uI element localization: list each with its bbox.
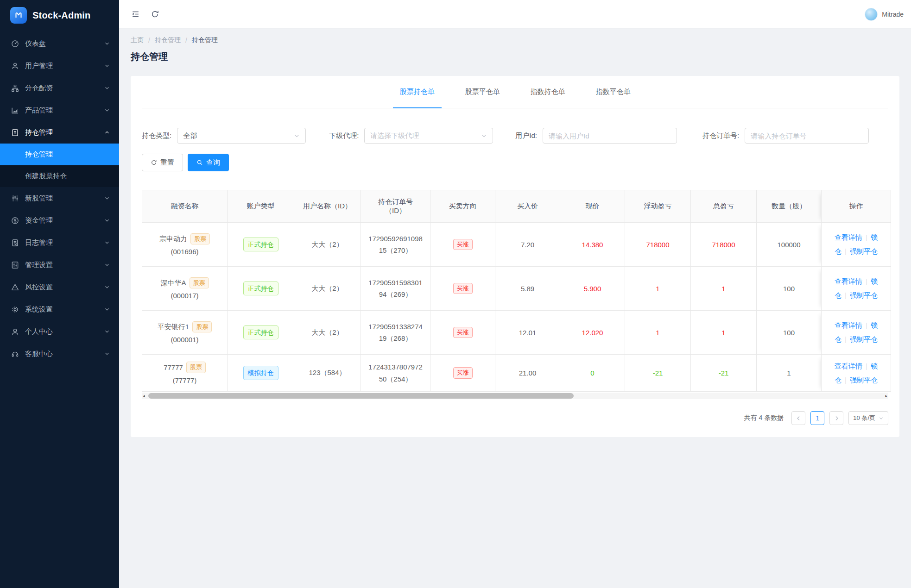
chevron-down-icon <box>104 85 110 91</box>
col-header-name: 融资名称 <box>142 190 228 223</box>
account-type-tag: 正式持仓 <box>243 281 278 295</box>
page-number-button[interactable]: 1 <box>810 411 824 425</box>
direction-cell: 买涨 <box>430 311 495 355</box>
breadcrumb-current: 持仓管理 <box>192 36 218 44</box>
float-pnl-cell: 718000 <box>625 223 691 267</box>
total-pnl-cell: 1 <box>691 267 757 311</box>
current-price-cell: 5.900 <box>560 267 625 311</box>
sidebar-item-label: 分仓配资 <box>25 84 98 93</box>
table-header-row: 融资名称 账户类型 用户名称（ID） 持仓订单号（ID） 买卖方向 买入价 现价… <box>142 190 891 223</box>
tab-index-positions[interactable]: 指数持仓单 <box>524 76 572 108</box>
stock-code: (77777) <box>148 376 221 384</box>
breadcrumb-home[interactable]: 主页 <box>131 36 144 44</box>
breadcrumb-level1[interactable]: 持仓管理 <box>155 36 181 44</box>
user-id-input[interactable] <box>543 128 677 144</box>
view-detail-link[interactable]: 查看详情 <box>835 277 862 285</box>
log-icon <box>11 239 19 247</box>
user-menu[interactable]: Mitrade <box>865 8 904 21</box>
person-icon <box>11 328 19 336</box>
sidebar-item-ipo[interactable]: 新股管理 <box>0 187 119 209</box>
chevron-down-icon <box>104 262 110 268</box>
sliders-icon <box>11 261 19 269</box>
breadcrumb-separator <box>181 37 192 44</box>
chevron-down-icon <box>104 218 110 223</box>
link-separator <box>862 321 871 329</box>
force-close-link[interactable]: 强制平仓 <box>850 291 878 299</box>
float-pnl-cell: -21 <box>625 355 691 392</box>
force-close-link[interactable]: 强制平仓 <box>850 376 878 384</box>
page-size-select[interactable]: 10 条/页 <box>848 411 888 425</box>
col-header-current-price: 现价 <box>560 190 625 223</box>
sidebar-item-positions[interactable]: 持仓管理 <box>0 121 119 144</box>
refresh-icon[interactable] <box>148 7 162 21</box>
sidebar-item-label: 管理设置 <box>25 261 98 269</box>
agent-select[interactable]: 请选择下级代理 <box>364 128 493 144</box>
sidebar-item-dashboard[interactable]: 仪表盘 <box>0 32 119 55</box>
force-close-link[interactable]: 强制平仓 <box>850 335 878 343</box>
stock-type-tag: 股票 <box>186 362 206 373</box>
scroll-left-arrow-icon[interactable] <box>143 393 145 399</box>
position-type-select[interactable]: 全部 <box>177 128 306 144</box>
sidebar-item-risk-settings[interactable]: 风控设置 <box>0 276 119 298</box>
next-page-button[interactable] <box>829 411 843 425</box>
user-cell: 123（584） <box>294 355 361 392</box>
sidebar-item-funds[interactable]: 资金管理 <box>0 209 119 231</box>
collapse-sidebar-icon[interactable] <box>128 7 142 21</box>
sidebar-item-label: 仪表盘 <box>25 39 98 48</box>
view-detail-link[interactable]: 查看详情 <box>835 233 862 241</box>
prev-page-button[interactable] <box>791 411 805 425</box>
sidebar-item-system-settings[interactable]: 系统设置 <box>0 298 119 320</box>
order-no-cell: 1729059159830194（269） <box>361 267 430 311</box>
tab-stock-closed[interactable]: 股票平仓单 <box>458 76 507 108</box>
position-type-label: 持仓类型: <box>142 131 171 140</box>
query-button[interactable]: 查询 <box>188 154 229 171</box>
chevron-down-icon <box>104 240 110 245</box>
tab-index-closed[interactable]: 指数平仓单 <box>589 76 638 108</box>
direction-tag: 买涨 <box>453 367 473 379</box>
scrollbar-thumb[interactable] <box>148 393 574 399</box>
actions-cell: 查看详情锁仓强制平仓 <box>822 311 891 355</box>
chevron-down-icon <box>104 41 110 46</box>
sidebar-item-products[interactable]: 产品管理 <box>0 99 119 121</box>
sidebar-item-admin-settings[interactable]: 管理设置 <box>0 254 119 276</box>
sidebar-item-label: 系统设置 <box>25 305 98 314</box>
tab-stock-positions[interactable]: 股票持仓单 <box>393 76 442 108</box>
sidebar-subitem-label: 创建股票持仓 <box>25 172 67 181</box>
sidebar-subitem-create-position[interactable]: 创建股票持仓 <box>0 165 119 187</box>
quantity-cell: 100 <box>757 311 822 355</box>
sidebar-item-label: 风控设置 <box>25 283 98 292</box>
stock-cell: 77777股票 (77777) <box>142 355 228 392</box>
sidebar-item-support[interactable]: 客服中心 <box>0 343 119 365</box>
reset-button[interactable]: 重置 <box>142 154 183 171</box>
dashboard-icon <box>11 40 19 48</box>
stock-cell: 平安银行1股票 (000001) <box>142 311 228 355</box>
order-no-input[interactable] <box>745 128 869 144</box>
force-close-link[interactable]: 强制平仓 <box>850 247 878 255</box>
link-separator <box>862 233 871 241</box>
candlestick-icon <box>11 194 19 202</box>
sidebar-item-label: 资金管理 <box>25 216 98 225</box>
view-detail-link[interactable]: 查看详情 <box>835 362 862 370</box>
stock-code: (001696) <box>148 248 221 256</box>
sidebar-item-profile[interactable]: 个人中心 <box>0 320 119 343</box>
sidebar-subitem-positions[interactable]: 持仓管理 <box>0 144 119 165</box>
chevron-down-icon <box>481 133 487 139</box>
tab-bar: 股票持仓单 股票平仓单 指数持仓单 指数平仓单 <box>142 76 888 108</box>
stock-type-tag: 股票 <box>192 321 212 333</box>
org-chart-icon <box>11 84 19 92</box>
sidebar-item-logs[interactable]: 日志管理 <box>0 231 119 254</box>
total-pnl-cell: -21 <box>691 355 757 392</box>
sidebar-item-allocation[interactable]: 分仓配资 <box>0 77 119 99</box>
link-separator <box>841 291 850 299</box>
col-header-total-pnl: 总盈亏 <box>691 190 757 223</box>
stock-cell: 深中华A股票 (000017) <box>142 267 228 311</box>
view-detail-link[interactable]: 查看详情 <box>835 321 862 329</box>
logo-icon <box>10 7 27 24</box>
stock-name: 深中华A <box>160 279 186 288</box>
filter-bar: 持仓类型: 全部 下级代理: 请选择下级代理 用户Id: 持仓订单号: <box>142 128 888 144</box>
col-header-buy-price: 买入价 <box>495 190 560 223</box>
account-type-tag: 正式持仓 <box>243 238 278 251</box>
scroll-right-arrow-icon[interactable] <box>885 393 887 399</box>
sidebar-item-users[interactable]: 用户管理 <box>0 55 119 77</box>
account-type-cell: 正式持仓 <box>228 311 294 355</box>
